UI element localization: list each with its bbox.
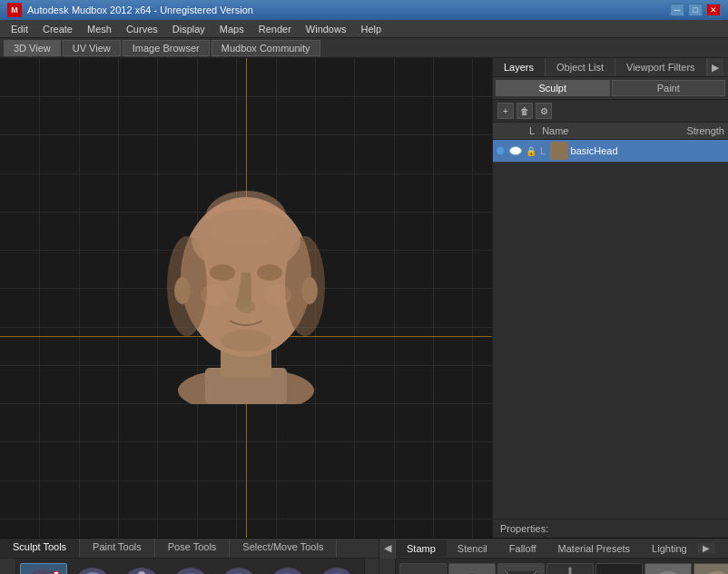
- tool-smooth[interactable]: Smooth: [69, 563, 116, 574]
- tool-foamy[interactable]: Foamy: [264, 563, 311, 574]
- tool-tab-paint[interactable]: Paint Tools: [80, 539, 155, 558]
- window-title: Autodesk Mudbox 2012 x64 - Unregistered …: [27, 5, 670, 15]
- menu-maps[interactable]: Maps: [212, 22, 251, 36]
- main-area: Layers Object List Viewport Filters ▶ Sc…: [0, 58, 728, 538]
- maximize-button[interactable]: □: [688, 4, 703, 16]
- tool-tab-pose[interactable]: Pose Tools: [155, 539, 231, 558]
- svg-point-29: [221, 568, 257, 574]
- bottom-area: Sculpt Tools Paint Tools Pose Tools Sele…: [0, 538, 728, 574]
- menu-create[interactable]: Create: [35, 22, 80, 36]
- tool-flatten[interactable]: Flatten: [216, 563, 263, 574]
- tab-layers[interactable]: Layers: [493, 58, 546, 76]
- tool-tab-select[interactable]: Select/Move Tools: [230, 539, 337, 558]
- properties-label: Properties:: [500, 523, 548, 534]
- paint-tab[interactable]: Paint: [612, 80, 726, 96]
- panel-tab-arrow[interactable]: ▶: [707, 58, 723, 76]
- menu-render[interactable]: Render: [251, 22, 299, 36]
- menu-edit[interactable]: Edit: [4, 22, 35, 36]
- sculpt-tab[interactable]: Sculpt: [496, 80, 610, 96]
- panel-add-button[interactable]: +: [497, 103, 514, 119]
- tool-sculpt[interactable]: Sculpt: [20, 563, 67, 574]
- stamp-tab-material[interactable]: Material Presets: [547, 540, 641, 557]
- stamp-tab-falloff[interactable]: Falloff: [498, 540, 547, 557]
- tool-spray[interactable]: Spr...: [313, 563, 360, 574]
- menu-curves[interactable]: Curves: [119, 22, 165, 36]
- panel-options-button[interactable]: ⚙: [536, 103, 552, 119]
- icons-row: ◀ Sculpt: [0, 559, 728, 574]
- tools-scroll-right-arrow[interactable]: ▶: [364, 559, 379, 574]
- svg-rect-53: [596, 564, 642, 574]
- tab-uv-view[interactable]: UV View: [63, 40, 121, 56]
- tab-image-browser[interactable]: Image Browser: [123, 40, 210, 56]
- app-logo: M: [7, 3, 22, 17]
- stamp-4[interactable]: [595, 563, 643, 574]
- flatten-icon-img: [219, 566, 259, 574]
- tool-grab[interactable]: Grab: [118, 563, 165, 574]
- stamp-tab-stamp[interactable]: Stamp: [396, 540, 447, 557]
- stamp-tab-lighting[interactable]: Lighting: [641, 540, 698, 557]
- layer-visibility-icon[interactable]: [509, 146, 522, 155]
- svg-point-11: [221, 330, 271, 351]
- tool-pinch[interactable]: Pinch: [167, 563, 214, 574]
- sculpt-tools-icons: ◀ Sculpt: [0, 559, 379, 574]
- svg-point-8: [210, 264, 235, 281]
- menu-windows[interactable]: Windows: [299, 22, 354, 36]
- stamp-1[interactable]: [448, 563, 496, 574]
- svg-point-14: [174, 277, 191, 304]
- stamp-tabs-row: ◀ Stamp Stencil Falloff Material Presets…: [379, 539, 728, 559]
- smooth-icon-img: [73, 566, 113, 574]
- tab-object-list[interactable]: Object List: [546, 58, 615, 76]
- layer-row[interactable]: 🔒 L basicHead: [493, 140, 728, 163]
- tool-tabs-row: Sculpt Tools Paint Tools Pose Tools Sele…: [0, 539, 379, 559]
- layers-header: L Name Strength: [493, 123, 728, 140]
- sculpt-paint-tabs: Sculpt Paint: [493, 77, 728, 100]
- stamp-right-arrow[interactable]: ▶: [698, 543, 714, 553]
- stamp-2[interactable]: [497, 563, 545, 574]
- tools-scroll-left-arrow[interactable]: ◀: [0, 559, 16, 574]
- head-model: [155, 168, 337, 404]
- panel-toolbar: + 🗑 ⚙: [493, 100, 728, 123]
- menu-mesh[interactable]: Mesh: [80, 22, 119, 36]
- viewport-3d[interactable]: [0, 58, 492, 538]
- tool-rows: Sculpt Tools Paint Tools Pose Tools Sele…: [0, 539, 728, 559]
- tab-viewport-filters[interactable]: Viewport Filters: [615, 58, 707, 76]
- sculpt-icon-img: [24, 567, 64, 574]
- panel-spacer: [493, 321, 728, 519]
- stamp-tab-stencil[interactable]: Stencil: [447, 540, 498, 557]
- minimize-button[interactable]: ─: [670, 4, 684, 16]
- menu-help[interactable]: Help: [353, 22, 389, 36]
- spray-icon-img: [317, 566, 357, 574]
- col-strength-header: Strength: [683, 124, 728, 137]
- titlebar: M Autodesk Mudbox 2012 x64 - Unregistere…: [0, 0, 728, 20]
- stamp-5[interactable]: [644, 563, 692, 574]
- close-button[interactable]: ✕: [706, 4, 721, 16]
- svg-point-32: [270, 568, 306, 574]
- tool-tab-sculpt[interactable]: Sculpt Tools: [0, 539, 80, 558]
- svg-rect-43: [449, 564, 495, 574]
- foamy-icon-img: [268, 566, 308, 574]
- tab-3d-view[interactable]: 3D View: [4, 40, 61, 56]
- layers-table: L Name Strength 🔒 L basicHead: [493, 123, 728, 321]
- stamp-icons-scroll-left[interactable]: ◀: [379, 559, 396, 574]
- svg-point-12: [201, 284, 228, 306]
- pinch-icon-img: [171, 566, 211, 574]
- tab-mudbox-community[interactable]: Mudbox Community: [212, 40, 320, 56]
- view-toolbar: 3D View UV View Image Browser Mudbox Com…: [0, 38, 728, 58]
- window-controls: ─ □ ✕: [670, 4, 721, 16]
- col-name-header: Name: [538, 124, 683, 137]
- stamp-off[interactable]: Off: [399, 563, 447, 574]
- stamp-6[interactable]: [694, 563, 728, 574]
- svg-point-37: [319, 568, 355, 574]
- tools-icons-container: Sculpt Smooth: [16, 559, 364, 574]
- menu-display[interactable]: Display: [165, 22, 212, 36]
- stamp-scroll-arrow[interactable]: ◀: [379, 539, 396, 559]
- grab-icon-img: [122, 566, 162, 574]
- layer-thumbnail: [550, 142, 568, 160]
- right-panel: Layers Object List Viewport Filters ▶ Sc…: [492, 58, 728, 538]
- svg-point-13: [264, 284, 291, 306]
- stamp-3[interactable]: [546, 563, 594, 574]
- properties-section: Properties:: [493, 519, 728, 538]
- layer-lock-icon[interactable]: 🔒: [526, 146, 536, 156]
- panel-delete-button[interactable]: 🗑: [516, 103, 533, 119]
- menubar: Edit Create Mesh Curves Display Maps Ren…: [0, 20, 728, 38]
